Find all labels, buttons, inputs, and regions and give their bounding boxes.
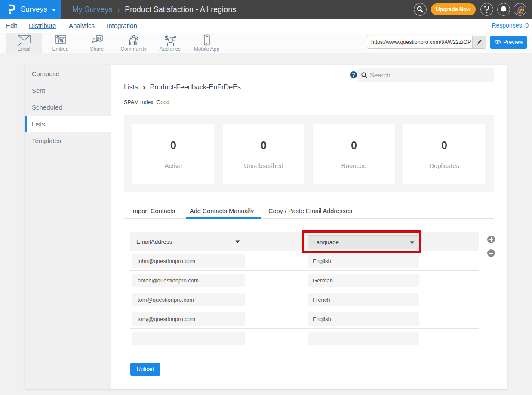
svg-text:$: $ bbox=[165, 34, 168, 41]
